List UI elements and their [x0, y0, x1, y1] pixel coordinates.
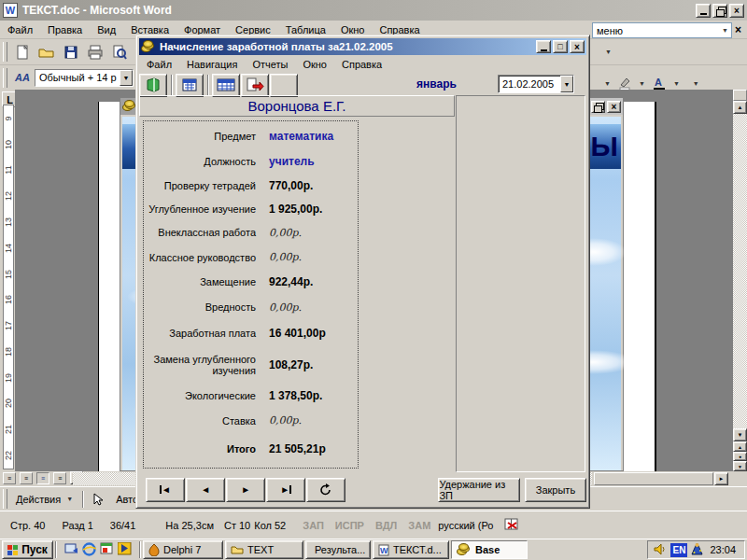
chevron-down-icon[interactable]: ▼	[719, 23, 731, 37]
taskbar-button-delphi[interactable]: Delphi 7	[143, 540, 223, 559]
start-button[interactable]: Пуск	[2, 540, 53, 559]
show-desktop-icon[interactable]	[64, 542, 78, 557]
word-menu-view[interactable]: Вид	[90, 21, 123, 38]
background-restore-button[interactable]	[591, 101, 605, 113]
close-document-button[interactable]: ×	[735, 23, 741, 36]
print-layout-icon[interactable]: ≡	[36, 472, 49, 484]
payroll-menu-help[interactable]: Справка	[334, 56, 389, 73]
word-minimize-button[interactable]	[696, 4, 711, 18]
browse-next-icon[interactable]: ▼	[733, 461, 747, 471]
vertical-scrollbar[interactable]: ▲ ▼ ▲ ● ▼	[733, 90, 747, 471]
row-value: 770,00р.	[269, 179, 313, 192]
language-indicator[interactable]: EN	[670, 543, 687, 557]
export-icon[interactable]	[241, 74, 269, 97]
payroll-menu-navigation[interactable]: Навигация	[179, 56, 245, 73]
status-ext[interactable]: ВДЛ	[372, 518, 401, 533]
browse-previous-icon[interactable]: ▲	[733, 441, 747, 452]
ask-question-box[interactable]: меню ▼	[592, 22, 732, 38]
date-combobox[interactable]: 21.02.2005 ▼	[498, 75, 574, 93]
nav-last-button[interactable]: ►	[266, 478, 305, 502]
chevron-down-icon[interactable]: ▼	[691, 80, 701, 87]
web-layout-icon[interactable]: ≡	[20, 472, 33, 484]
scrollbar-track[interactable]	[733, 114, 747, 428]
chevron-down-icon[interactable]: ▼	[120, 70, 133, 86]
nav-first-button[interactable]: ◄	[146, 478, 185, 502]
toolbar-drag-handle[interactable]	[3, 42, 7, 62]
toolbar-overflow-icon[interactable]: ▼	[603, 49, 613, 55]
payroll-menu-reports[interactable]: Отчеты	[245, 56, 295, 73]
nav-previous-button[interactable]: ◄	[186, 478, 225, 502]
hscrollbar-thumb[interactable]	[594, 472, 713, 485]
svg-text:W: W	[380, 546, 388, 555]
payroll-maximize-button[interactable]: □	[553, 40, 568, 53]
row-value: 0,00р.	[269, 227, 302, 239]
new-document-icon[interactable]	[11, 41, 34, 63]
payroll-menu-file[interactable]: Файл	[139, 56, 179, 73]
volume-icon[interactable]	[654, 543, 667, 557]
scroll-right-icon[interactable]: ►	[714, 472, 728, 485]
normal-view-icon[interactable]: ≡	[3, 472, 16, 484]
word-restore-button[interactable]	[712, 4, 727, 18]
payroll-menu-window[interactable]: Окно	[295, 56, 334, 73]
book-icon[interactable]	[139, 74, 167, 97]
internet-explorer-icon[interactable]	[82, 542, 96, 558]
taskbar-button-text-folder[interactable]: TEXT	[225, 540, 303, 559]
taskbar-clock[interactable]: 23:04	[707, 544, 739, 555]
payroll-row: Замещение922,44р.	[144, 270, 358, 294]
payroll-minimize-button[interactable]	[536, 40, 551, 53]
taskbar-button-base[interactable]: Base	[451, 540, 528, 559]
delphi-launch-icon[interactable]	[118, 542, 132, 557]
payroll-bottom-bar: ◄ ◄ ► ► Удержание из ЗП Закрыть	[139, 472, 586, 507]
outlook-icon[interactable]	[100, 542, 114, 557]
payroll-row: Классное руководство0,00р.	[144, 245, 358, 270]
word-titlebar[interactable]: W ТЕКСТ.doc - Microsoft Word ×	[0, 0, 747, 21]
row-value: математика	[269, 130, 333, 143]
status-track[interactable]: ИСПР	[331, 518, 368, 533]
chevron-down-icon[interactable]: ▼	[560, 76, 573, 92]
status-ovr[interactable]: ЗАМ	[404, 518, 434, 533]
close-form-button[interactable]: Закрыть	[525, 478, 586, 502]
styles-icon[interactable]: AA	[11, 67, 34, 89]
vertical-ruler[interactable]: 9 10 11 12 13 14 15 16 17 18 19 20 21 22	[3, 105, 14, 469]
taskbar-button-word-doc[interactable]: W ТЕКСТ.d...	[373, 540, 449, 559]
chevron-down-icon[interactable]: ▼	[637, 80, 647, 87]
refresh-button[interactable]	[306, 478, 345, 502]
toolbar-drag-handle[interactable]	[3, 489, 7, 509]
word-menu-edit[interactable]: Правка	[40, 21, 90, 38]
toolbar-drag-handle[interactable]	[3, 68, 7, 88]
nav-next-button[interactable]: ►	[226, 478, 265, 502]
word-menu-file[interactable]: Файл	[0, 21, 40, 38]
quick-launch	[59, 542, 137, 558]
select-arrow-icon[interactable]	[87, 488, 109, 510]
scheduler-icon[interactable]	[691, 542, 703, 557]
scroll-down-icon[interactable]: ▼	[733, 428, 747, 441]
spelling-status-icon[interactable]	[504, 517, 520, 533]
taskbar-button-results[interactable]: Результа...	[305, 540, 371, 559]
select-browse-object-icon[interactable]: ●	[733, 452, 747, 461]
calendar-icon[interactable]	[176, 74, 204, 97]
status-at: На 25,3см	[159, 518, 220, 533]
chevron-down-icon[interactable]: ▼	[602, 80, 613, 87]
status-rec[interactable]: ЗАП	[299, 518, 328, 533]
outline-view-icon[interactable]: ≡	[53, 472, 66, 484]
chevron-down-icon[interactable]: ▼	[671, 80, 682, 87]
background-close-button[interactable]: ×	[607, 101, 621, 113]
draw-actions-button[interactable]: Действия ▼	[10, 491, 80, 508]
word-close-button[interactable]: ×	[729, 4, 744, 18]
row-value: 922,44р.	[269, 275, 313, 288]
style-combobox[interactable]: Обычный + 14 р ▼	[35, 69, 134, 87]
print-icon[interactable]	[84, 41, 106, 63]
payroll-row: Предметматематика	[144, 123, 358, 149]
scroll-up-icon[interactable]: ▲	[733, 101, 747, 114]
status-line: Ст 10	[224, 520, 250, 531]
print-preview-icon[interactable]	[108, 41, 131, 63]
table-icon[interactable]	[212, 74, 240, 97]
payroll-row: Должностьучитель	[144, 149, 358, 174]
save-icon[interactable]	[60, 41, 82, 63]
open-icon[interactable]	[35, 41, 58, 63]
payroll-window: Начисление заработной платы за21.02.2005…	[135, 35, 590, 509]
row-value: 0,00р.	[269, 251, 302, 263]
payroll-close-button[interactable]: ×	[570, 40, 585, 53]
payroll-titlebar[interactable]: Начисление заработной платы за21.02.2005…	[139, 38, 586, 55]
deduction-button[interactable]: Удержание из ЗП	[438, 478, 520, 502]
